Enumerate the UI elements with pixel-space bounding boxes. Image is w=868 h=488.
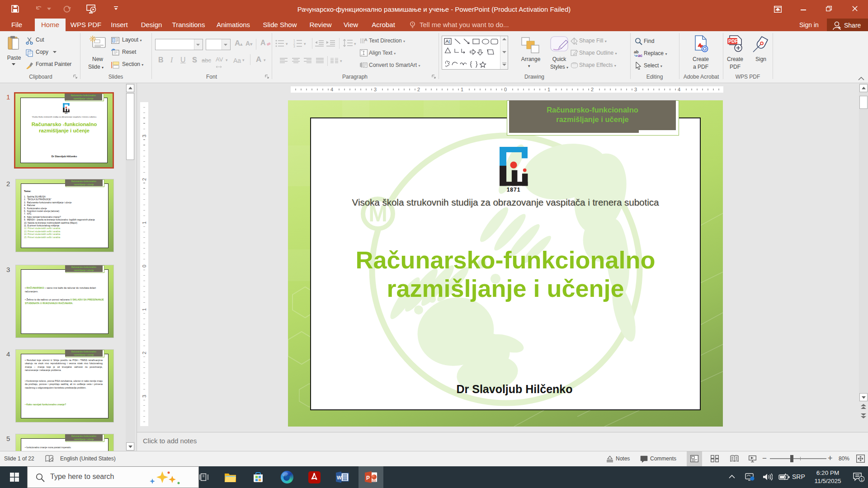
- svg-text:ac: ac: [638, 53, 642, 57]
- svg-text:W: W: [337, 475, 342, 480]
- svg-text:P: P: [366, 475, 370, 481]
- svg-text:1871: 1871: [65, 113, 68, 114]
- svg-text:1871: 1871: [507, 187, 521, 193]
- svg-text:3: 3: [293, 45, 295, 47]
- svg-text:PDF: PDF: [728, 38, 738, 44]
- svg-text:A: A: [364, 38, 368, 42]
- svg-text:1: 1: [860, 477, 863, 482]
